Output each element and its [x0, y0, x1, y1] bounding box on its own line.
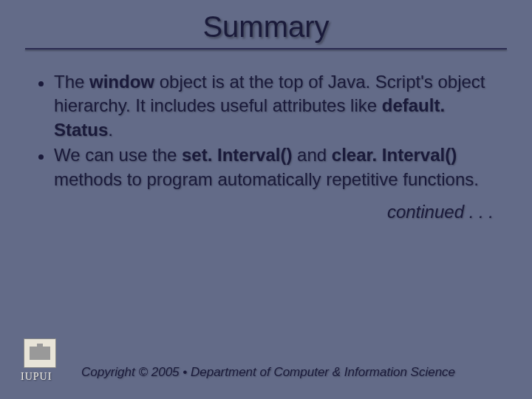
slide-body: The window object is at the top of Java.…: [0, 50, 532, 191]
code-run: window: [89, 72, 154, 92]
text-run: .: [108, 120, 113, 140]
copyright-line: Copyright © 2005 • Department of Compute…: [81, 365, 455, 380]
bullet-dot-icon: [38, 154, 44, 160]
bullet-item: The window object is at the top of Java.…: [38, 70, 494, 142]
bullet-text: The window object is at the top of Java.…: [54, 70, 494, 142]
bullet-text: We can use the set. Interval() and clear…: [54, 143, 494, 191]
text-run: and: [292, 145, 331, 165]
slide-title: Summary: [202, 10, 329, 44]
text-run: The: [54, 72, 89, 92]
slide-footer: IUPUI Copyright © 2005 • Department of C…: [0, 338, 532, 383]
text-run: We can use the: [54, 145, 182, 165]
code-run: set. Interval(): [182, 145, 292, 165]
institution-logo-icon: [24, 338, 56, 368]
bullet-item: We can use the set. Interval() and clear…: [38, 143, 494, 191]
bullet-dot-icon: [38, 81, 44, 86]
institution-name: IUPUI: [21, 371, 52, 383]
continued-label: continued . . .: [0, 202, 532, 222]
code-run: clear. Interval(): [332, 145, 457, 165]
text-run: methods to program automatically repetit…: [54, 169, 479, 189]
